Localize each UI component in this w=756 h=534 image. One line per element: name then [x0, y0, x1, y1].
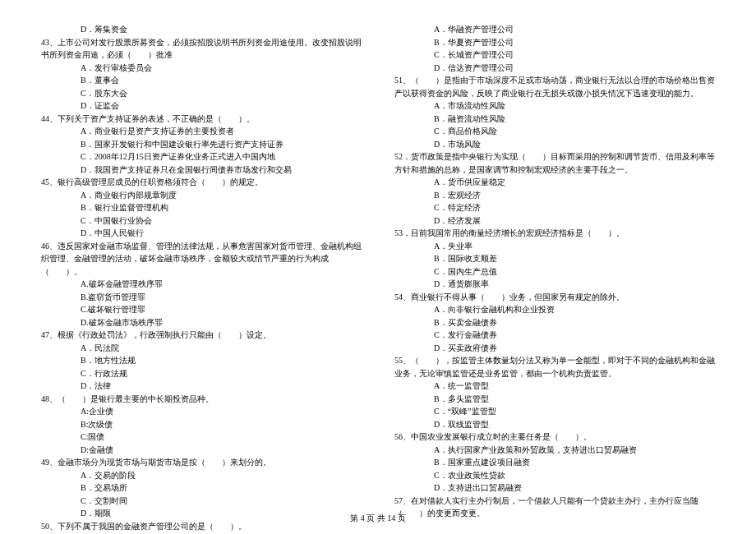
- option-text: C．发行金融债券: [394, 329, 715, 342]
- option-text: A．发行审核委员会: [41, 62, 362, 75]
- question-text: 46、违反国家对金融市场监督、管理的法律法规，从事危害国家对货币管理、金融机构组…: [41, 240, 362, 279]
- question-text: 47、根据《行政处罚法》，行政强制执行只能由（ ）设定。: [41, 329, 362, 342]
- option-text: B．多头监管型: [394, 393, 715, 406]
- option-text: C．中国银行业协会: [41, 214, 362, 228]
- question-text: 55、（ ），按监管主体数量划分法又称为单一全能型，即对于不同的金融机构和金融业…: [394, 354, 715, 380]
- question-text: 44、下列关于资产支持证券的表述，不正确的是（ ）。: [41, 113, 362, 126]
- option-text: B．国家开发银行和中国建设银行率先进行资产支持证券: [41, 138, 362, 151]
- option-text: C．特定经济: [394, 201, 715, 214]
- option-text: A．统一监管型: [394, 380, 715, 393]
- option-text: B．董事会: [41, 74, 362, 87]
- option-text: C．国内生产总值: [394, 265, 715, 279]
- option-text: A．商业银行内部规章制度: [41, 189, 362, 202]
- option-text: C．农业政策性贷款: [394, 469, 715, 482]
- option-text: C．2008年12月15日资产证券化业务正式进入中国内地: [41, 150, 362, 163]
- option-text: D．支持进出口贸易融资: [394, 481, 715, 495]
- option-text: D．我国资产支持证券只在全国银行间债券市场发行和交易: [41, 163, 362, 177]
- option-text: B．国际收支顺差: [394, 252, 715, 265]
- option-text: C．商品价格风险: [394, 125, 715, 138]
- option-text: C．股东大会: [41, 87, 362, 100]
- option-text: D．通货膨胀率: [394, 278, 715, 291]
- question-text: 43、上市公司对发行股票所募资金，必须按招股说明书所列资金用途使用。改变招股说明…: [41, 36, 362, 62]
- option-text: D．法律: [41, 380, 362, 393]
- question-text: 52．货币政策是指中央银行为实现（ ）目标而采用的控制和调节货币、信用及利率等方…: [394, 150, 715, 176]
- right-column: A．华融资产管理公司 B．华夏资产管理公司 C．长城资产管理公司 D．信达资产管…: [394, 23, 715, 532]
- option-text: A．民法院: [41, 342, 362, 355]
- question-text: 45、银行高级管理层成员的任职资格须符合（ ）的规定。: [41, 176, 362, 189]
- question-text: 53．目前我国常用的衡量经济增长的宏观经济指标是（ ）。: [394, 227, 715, 240]
- option-text: C．交割时间: [41, 495, 362, 508]
- option-text: C．“双峰”监管型: [394, 405, 715, 418]
- option-text: B．华夏资产管理公司: [394, 36, 715, 49]
- option-text: B．银行业监督管理机构: [41, 201, 362, 214]
- option-text: B:次级债: [41, 418, 362, 431]
- option-text: C．长城资产管理公司: [394, 48, 715, 62]
- option-text: B．买卖金融债券: [394, 316, 715, 329]
- question-text: 48、（ ）是银行最主要的中长期投资品种。: [41, 393, 362, 406]
- option-text: B．地方性法规: [41, 354, 362, 367]
- exam-page: D．筹集资金 43、上市公司对发行股票所募资金，必须按招股说明书所列资金用途使用…: [0, 0, 756, 532]
- option-text: A:企业债: [41, 405, 362, 418]
- question-text: 51、（ ）是指由于市场深度不足或市场动荡，商业银行无法以合理的市场价格出售资产…: [394, 74, 715, 99]
- option-text: A．华融资产管理公司: [394, 23, 715, 36]
- option-text: C.破坏银行管理罪: [41, 303, 362, 316]
- question-text: 54、商业银行不得从事（ ）业务，但国家另有规定的除外。: [394, 291, 715, 304]
- option-text: B．融资流动性风险: [394, 113, 715, 126]
- option-text: A．执行国家产业政策和外贸政策，支持进出口贸易融资: [394, 444, 715, 457]
- option-text: D．信达资产管理公司: [394, 62, 715, 75]
- option-text: D．双线监管型: [394, 418, 715, 431]
- question-text: 56、中国农业发展银行成立时的主要任务是（ ）。: [394, 430, 715, 444]
- option-text: D．筹集资金: [41, 23, 362, 36]
- option-text: C:国债: [41, 430, 362, 444]
- option-text: D．证监会: [41, 99, 362, 113]
- option-text: D．中国人民银行: [41, 227, 362, 240]
- page-footer: 第 4 页 共 14 页: [0, 513, 756, 524]
- option-text: C．行政法规: [41, 367, 362, 380]
- left-column: D．筹集资金 43、上市公司对发行股票所募资金，必须按招股说明书所列资金用途使用…: [41, 23, 362, 532]
- option-text: D．买卖政府债券: [394, 342, 715, 355]
- option-text: A．商业银行是资产支持证券的主要投资者: [41, 125, 362, 138]
- question-text: 49、金融市场分为现货市场与期货市场是按（ ）来划分的。: [41, 456, 362, 469]
- option-text: A．向非银行金融机构和企业投资: [394, 303, 715, 316]
- option-text: D.破坏金融市场秩序罪: [41, 316, 362, 329]
- option-text: D:金融债: [41, 444, 362, 457]
- option-text: B．国家重点建设项目融资: [394, 456, 715, 469]
- option-text: B.盗窃货币管理罪: [41, 291, 362, 304]
- option-text: A．市场流动性风险: [394, 99, 715, 113]
- option-text: B．交易场所: [41, 481, 362, 495]
- option-text: A．货币供应量稳定: [394, 176, 715, 189]
- option-text: A．交易的阶段: [41, 469, 362, 482]
- option-text: A．失业率: [394, 240, 715, 253]
- option-text: D．市场风险: [394, 138, 715, 151]
- option-text: D．经济发展: [394, 214, 715, 228]
- option-text: B．宏观经济: [394, 189, 715, 202]
- option-text: A.破坏金融管理秩序罪: [41, 278, 362, 291]
